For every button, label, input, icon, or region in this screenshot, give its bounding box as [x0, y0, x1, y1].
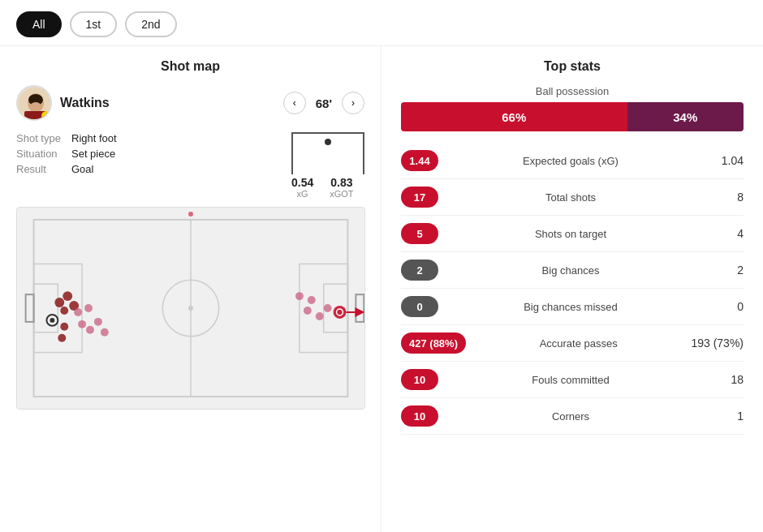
stat-badge-left: 5: [401, 223, 438, 244]
pitch-container: [16, 207, 365, 410]
stat-left: 5: [401, 223, 438, 244]
xg-value: 0.54: [291, 176, 313, 189]
stat-badge-left: 0: [401, 296, 438, 317]
stat-badge-left: 2: [401, 260, 438, 281]
stat-right-val: 0: [703, 300, 744, 313]
tab-all[interactable]: All: [16, 11, 62, 37]
player-name: Watkins: [60, 96, 110, 110]
possession-left: 66%: [401, 102, 627, 131]
stat-name: Expected goals (xG): [438, 155, 703, 167]
stat-right-val: 193 (73%): [691, 337, 744, 350]
svg-point-22: [84, 304, 93, 312]
shot-type-label: Shot type: [16, 132, 65, 144]
stat-badge-left: 17: [401, 187, 438, 208]
shot-details: Shot type Right foot Situation Set piece…: [16, 132, 364, 199]
svg-point-5: [31, 102, 41, 109]
avatar-svg: [18, 87, 52, 121]
stat-badge-left: 10: [401, 405, 438, 427]
stat-row: 5 Shots on target 4: [401, 216, 744, 252]
svg-point-30: [58, 334, 66, 342]
prev-shot-button[interactable]: ‹: [283, 92, 306, 114]
svg-point-32: [308, 296, 316, 304]
top-stats-title: Top stats: [401, 59, 744, 74]
goal-dot: [325, 139, 331, 145]
svg-point-23: [78, 320, 86, 328]
svg-point-17: [54, 298, 64, 307]
stat-row: 1.44 Expected goals (xG) 1.04: [401, 143, 744, 179]
stat-badge-left: 10: [401, 369, 438, 390]
tab-1st[interactable]: 1st: [70, 11, 118, 37]
stat-right-val: 18: [703, 373, 744, 386]
xg-item: 0.54 xG: [291, 176, 313, 199]
shot-type-row: Shot type Right foot: [16, 132, 267, 144]
stats-container: 1.44 Expected goals (xG) 1.04 17 Total s…: [401, 143, 744, 435]
xg-row: 0.54 xG 0.83 xGOT: [291, 176, 364, 199]
svg-point-21: [74, 308, 82, 316]
xgot-value: 0.83: [330, 176, 353, 189]
xgot-label: xGOT: [330, 189, 353, 199]
goal-frame: [291, 132, 364, 174]
xg-label: xG: [291, 189, 313, 199]
tab-bar: All 1st 2nd: [0, 0, 763, 46]
svg-point-24: [86, 326, 94, 334]
stat-name: Accurate passes: [466, 337, 691, 350]
svg-point-27: [60, 323, 68, 331]
situation-value: Set piece: [71, 148, 115, 160]
possession-bar: 66% 34%: [401, 102, 744, 131]
svg-point-33: [304, 307, 312, 315]
stat-row: 427 (88%) Accurate passes 193 (73%): [401, 325, 744, 362]
xgot-item: 0.83 xGOT: [330, 176, 353, 199]
shot-details-left: Shot type Right foot Situation Set piece…: [16, 132, 267, 199]
next-shot-button[interactable]: ›: [342, 92, 364, 114]
stat-left: 427 (88%): [401, 332, 466, 354]
main-layout: Shot map Watkins ‹ 6: [0, 46, 763, 532]
stat-name: Total shots: [438, 191, 703, 204]
player-info: Watkins: [16, 85, 110, 121]
svg-point-18: [63, 291, 72, 301]
stat-row: 17 Total shots 8: [401, 179, 744, 216]
player-row: Watkins ‹ 68' ›: [16, 85, 364, 121]
svg-point-39: [188, 212, 193, 217]
stat-left: 1.44: [401, 150, 438, 171]
stat-name: Big chances missed: [438, 301, 703, 313]
stat-row: 0 Big chances missed 0: [401, 289, 744, 325]
stat-right-val: 4: [703, 227, 744, 240]
stat-name: Fouls committed: [438, 374, 703, 386]
stat-left: 2: [401, 260, 438, 281]
svg-point-3: [41, 111, 51, 121]
minute-label: 68': [316, 97, 332, 110]
stat-left: 10: [401, 405, 438, 427]
svg-point-29: [50, 318, 54, 323]
svg-point-25: [94, 318, 102, 326]
svg-point-31: [295, 292, 304, 300]
result-label: Result: [16, 163, 65, 175]
svg-point-36: [334, 306, 347, 319]
stat-name: Big chances: [438, 264, 703, 277]
possession-right: 34%: [627, 102, 744, 131]
shot-type-value: Right foot: [71, 132, 117, 144]
pitch-svg: [17, 208, 364, 409]
stat-row: 10 Fouls committed 18: [401, 362, 744, 398]
stat-name: Corners: [438, 410, 703, 423]
situation-row: Situation Set piece: [16, 148, 267, 160]
stat-badge-left: 427 (88%): [401, 332, 466, 354]
stat-right-val: 1.04: [703, 154, 744, 167]
stat-left: 10: [401, 369, 438, 390]
nav-controls: ‹ 68' ›: [283, 92, 364, 114]
svg-point-35: [324, 304, 332, 312]
stat-right-val: 8: [703, 191, 744, 204]
tab-2nd[interactable]: 2nd: [125, 11, 176, 37]
goal-diagram-area: 0.54 xG 0.83 xGOT: [291, 132, 364, 199]
stat-row: 10 Corners 1: [401, 398, 744, 435]
svg-point-10: [188, 306, 193, 311]
result-value: Goal: [71, 163, 93, 175]
shot-map-panel: Shot map Watkins ‹ 6: [0, 46, 382, 532]
svg-point-34: [316, 312, 324, 320]
shot-map-title: Shot map: [16, 59, 364, 74]
svg-point-26: [101, 328, 109, 337]
avatar: [16, 85, 52, 121]
top-stats-panel: Top stats Ball possession 66% 34% 1.44 E…: [382, 46, 763, 532]
situation-label: Situation: [16, 148, 65, 160]
stat-name: Shots on target: [438, 228, 703, 240]
stat-row: 2 Big chances 2: [401, 252, 744, 289]
